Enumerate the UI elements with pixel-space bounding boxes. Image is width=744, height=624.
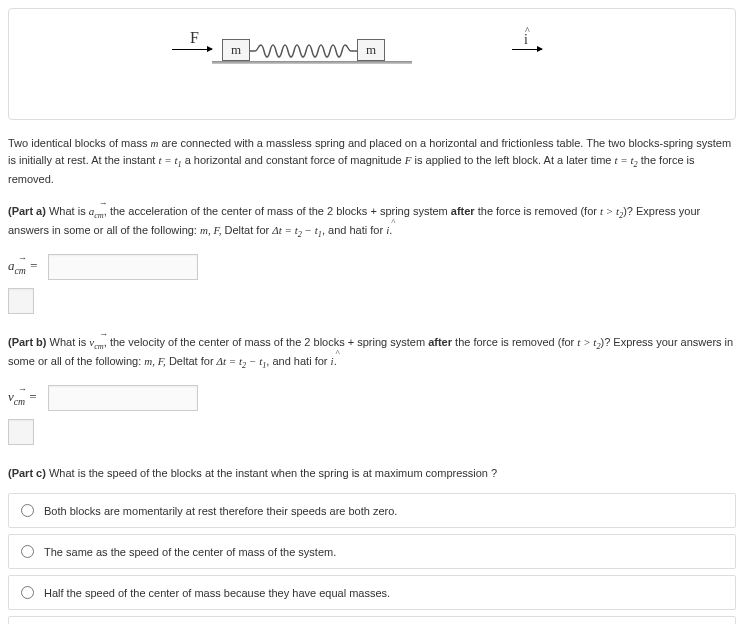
right-block: m bbox=[357, 39, 385, 61]
left-block: m bbox=[222, 39, 250, 61]
part-c-radio-2[interactable] bbox=[21, 586, 34, 599]
part-b-input[interactable] bbox=[48, 385, 198, 411]
part-c-option-label: Half the speed of the center of mass bec… bbox=[44, 587, 390, 599]
ihat-arrow-icon bbox=[512, 49, 542, 50]
part-c-option-label: Both blocks are momentarily at rest ther… bbox=[44, 505, 397, 517]
part-c-option-1[interactable]: The same as the speed of the center of m… bbox=[8, 534, 736, 569]
ihat-label: i bbox=[524, 32, 528, 48]
part-b-answer-label: vcm = bbox=[8, 389, 44, 407]
problem-intro: Two identical blocks of mass m are conne… bbox=[8, 135, 736, 188]
part-c-radio-0[interactable] bbox=[21, 504, 34, 517]
part-a-submit-button[interactable] bbox=[8, 288, 34, 314]
diagram-panel: F m m i bbox=[8, 8, 736, 120]
part-b-answer-row: vcm = bbox=[8, 385, 736, 411]
spring-icon bbox=[250, 44, 357, 58]
part-a-input[interactable] bbox=[48, 254, 198, 280]
part-c-option-2[interactable]: Half the speed of the center of mass bec… bbox=[8, 575, 736, 610]
part-a-text: (Part a) What is acm, the acceleration o… bbox=[8, 203, 736, 242]
part-a-answer-row: acm = bbox=[8, 254, 736, 280]
part-c-option-label: The same as the speed of the center of m… bbox=[44, 546, 336, 558]
part-c-radio-1[interactable] bbox=[21, 545, 34, 558]
force-arrow-icon bbox=[172, 49, 212, 50]
force-label: F bbox=[190, 29, 199, 47]
physics-diagram: F m m i bbox=[172, 29, 572, 89]
part-b-submit-button[interactable] bbox=[8, 419, 34, 445]
table-surface-icon bbox=[212, 61, 412, 64]
part-c-text: (Part c) What is the speed of the blocks… bbox=[8, 465, 736, 482]
unit-vector: i bbox=[512, 34, 542, 35]
part-a-answer-label: acm = bbox=[8, 258, 44, 276]
part-c-option-3[interactable]: Not enough information. bbox=[8, 616, 736, 624]
part-c-option-0[interactable]: Both blocks are momentarily at rest ther… bbox=[8, 493, 736, 528]
part-b-text: (Part b) What is vcm, the velocity of th… bbox=[8, 334, 736, 373]
